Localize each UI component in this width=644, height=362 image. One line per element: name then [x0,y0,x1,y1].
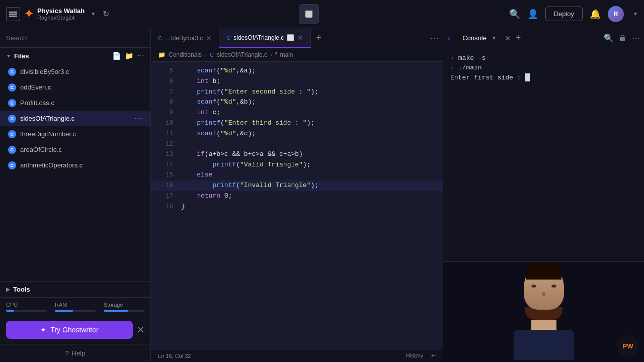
file-item-divisibleBy5or3-c[interactable]: C divisibleBy5or3.c ⋯ [0,64,150,79]
new-file-icon[interactable]: 📄 [112,52,121,60]
file-item-arithmeticOperators-c[interactable]: C arithmeticOperators.c ⋯ [0,157,150,173]
line-number: 6 [159,76,173,86]
ghostwriter-icon: ✦ [40,326,46,334]
line-number: 14 [159,160,173,170]
console-close-btn[interactable]: ✕ [505,34,511,42]
metrics-bar: CPU RAM Storage [0,297,150,316]
tab-c-icon: C [158,35,162,41]
help-label: Help [72,349,86,357]
tab-more-btn[interactable]: ⋯ [426,33,443,44]
files-label: Files [14,52,29,60]
code-content: int b; [181,76,435,87]
tab-sides-edit-icon: ⬜ [287,34,294,41]
code-line-5: 5 scanf("%d",&a); [151,66,443,76]
file-item-name: sidesOfATriangle.c [20,115,130,122]
file-item-oddEven-c[interactable]: C oddEven.c ⋯ [0,79,150,95]
tab-divisible-close[interactable]: ✕ [206,34,212,42]
code-content: printf("Invalid Triangle"); [181,180,435,191]
file-item-name: areaOfCircle.c [20,146,130,153]
code-line-8: 8 scanf("%d",&b); [151,97,443,108]
pw-logo: PW [617,335,639,357]
metric-bar [104,310,144,312]
avatar[interactable]: R [608,6,624,22]
files-actions: 📄 📁 ⋯ [112,52,144,60]
user-icon[interactable]: 👤 [527,9,538,20]
file-c-icon: C [8,99,16,107]
metric-label: RAM [55,302,96,308]
breadcrumb: 📁 Conditionals › C sidesOfATriangle.c › … [151,48,443,62]
files-section-header[interactable]: ▼ Files 📄 📁 ⋯ [0,48,150,64]
sidebar-toggle-btn[interactable] [6,7,20,21]
console-prompt-sym-1: › [450,54,454,62]
avatar-chevron-icon[interactable]: ▼ [633,11,638,17]
code-content: scanf("%d",&c); [181,129,435,139]
tools-header[interactable]: ▶ Tools [6,286,144,293]
file-c-icon: C [8,68,16,76]
tab-sides-close[interactable]: ✕ [297,34,303,42]
console-chevron-icon[interactable]: ▼ [492,35,497,41]
help-section[interactable]: ? Help [0,344,150,362]
code-content: int c; [181,108,435,118]
console-line-2: › ./main [450,64,637,71]
status-right: History ↩ [406,352,436,359]
console-trash-icon[interactable]: 🗑 [619,34,627,43]
deploy-button[interactable]: Deploy [545,7,583,21]
file-item-name: threeDigitNumber.c [20,130,130,138]
brand-chevron-icon[interactable]: ▼ [91,11,96,17]
search-icon[interactable]: 🔍 [509,9,520,20]
tab-sides[interactable]: C sidesOfATriangle.c ⬜ ✕ [219,28,311,48]
code-line-6: 6 int b; [151,76,443,87]
file-item-ProfitLoss-c[interactable]: C ProfitLoss.c ⋯ [0,95,150,111]
topbar: ✦ Physics Wallah RaghavGarg24 ▼ ↻ 🔍 👤 De… [0,0,644,28]
console-output: › make -s › ./main Enter first side : [443,48,644,261]
history-icon[interactable]: ↩ [431,352,436,359]
metric-label: CPU [6,302,47,308]
file-item-threeDigitNumber-c[interactable]: C threeDigitNumber.c ⋯ [0,126,150,142]
file-item-areaOfCircle-c[interactable]: C areaOfCircle.c ⋯ [0,142,150,157]
code-line-7: 7 printf("Enter second side : "); [151,87,443,98]
files-more-icon[interactable]: ⋯ [137,52,144,60]
bell-icon[interactable]: 🔔 [590,9,601,20]
code-content: scanf("%d",&a); [181,66,435,76]
ghostwriter-close-icon[interactable]: ✕ [137,324,144,335]
console-tab[interactable]: Console ▼ [456,28,503,48]
tab-divisible[interactable]: C …bleBy5or3.c ✕ [151,28,219,48]
console-output-text: Enter first side : [450,74,521,81]
ghostwriter-button[interactable]: ✦ Try Ghostwriter [6,321,133,339]
line-number: 11 [159,129,173,139]
file-item-more-icon[interactable]: ⋯ [134,114,142,123]
stop-icon [305,11,312,18]
stop-button[interactable] [299,4,319,24]
console-panel: ›_ Console ▼ ✕ + 🔍 🗑 ⋯ › make -s › ./mai… [443,28,644,362]
console-search-icon[interactable]: 🔍 [604,33,614,43]
breadcrumb-filename: sidesOfATriangle.c [217,51,267,58]
code-content: else [181,170,435,180]
code-content: printf("Valid Triangle"); [181,160,435,170]
code-editor[interactable]: 5 scanf("%d",&a); 6 int b; 7 printf("Ent… [151,62,443,349]
code-content: scanf("%d",&b); [181,97,435,108]
topbar-left: ✦ Physics Wallah RaghavGarg24 ▼ ↻ [6,7,109,21]
new-folder-icon[interactable]: 📁 [125,52,133,60]
console-tabs: ›_ Console ▼ ✕ + 🔍 🗑 ⋯ [443,28,644,48]
metric-fill [6,310,14,312]
line-number: 9 [159,108,173,118]
tools-section: ▶ Tools [0,281,150,297]
search-input[interactable] [6,34,144,42]
code-line-12: 12 [151,139,443,149]
webcam-area: PW [443,261,644,362]
refresh-icon[interactable]: ↻ [103,9,109,19]
tab-add-btn[interactable]: + [311,33,327,43]
line-number: 15 [159,170,173,180]
topbar-right: 🔍 👤 Deploy 🔔 R ▼ [509,6,638,22]
file-item-sidesOfATriangle-c[interactable]: C sidesOfATriangle.c ⋯ [0,111,150,126]
line-number: 17 [159,191,173,201]
console-add-btn[interactable]: + [513,33,524,43]
console-prompt-icon: ›_ [447,34,454,43]
metric-fill [104,310,128,312]
code-line-18: 18 } [151,202,443,212]
file-item-name: ProfitLoss.c [20,99,130,107]
code-line-13: 13 if(a+b>c && b+c>a && c+a>b) [151,149,443,160]
code-content: if(a+b>c && b+c>a && c+a>b) [181,149,435,160]
console-more-icon[interactable]: ⋯ [632,33,640,43]
file-c-icon: C [8,161,16,169]
